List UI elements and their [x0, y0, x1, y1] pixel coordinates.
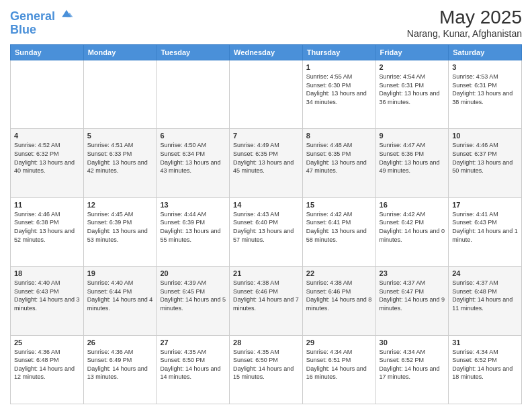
day-cell: 16 Sunrise: 4:42 AM Sunset: 6:42 PM Dayl… — [375, 197, 449, 266]
day-info: Sunrise: 4:54 AM Sunset: 6:31 PM Dayligh… — [380, 73, 445, 106]
day-cell: 13 Sunrise: 4:44 AM Sunset: 6:39 PM Dayl… — [157, 197, 230, 266]
day-cell: 8 Sunrise: 4:48 AM Sunset: 6:35 PM Dayli… — [302, 129, 375, 197]
day-number: 23 — [380, 269, 445, 277]
day-info: Sunrise: 4:36 AM Sunset: 6:49 PM Dayligh… — [87, 348, 153, 381]
header-tuesday: Tuesday — [157, 45, 230, 60]
day-cell: 11 Sunrise: 4:46 AM Sunset: 6:38 PM Dayl… — [11, 197, 84, 266]
day-info: Sunrise: 4:51 AM Sunset: 6:33 PM Dayligh… — [87, 141, 153, 175]
day-info: Sunrise: 4:35 AM Sunset: 6:50 PM Dayligh… — [233, 348, 299, 381]
day-number: 4 — [14, 132, 80, 140]
day-info: Sunrise: 4:47 AM Sunset: 6:36 PM Dayligh… — [380, 141, 445, 175]
day-info: Sunrise: 4:34 AM Sunset: 6:52 PM Dayligh… — [380, 348, 445, 381]
day-cell: 2 Sunrise: 4:54 AM Sunset: 6:31 PM Dayli… — [375, 60, 449, 129]
day-info: Sunrise: 4:35 AM Sunset: 6:50 PM Dayligh… — [160, 348, 226, 381]
day-number: 19 — [87, 269, 153, 277]
day-cell: 18 Sunrise: 4:40 AM Sunset: 6:43 PM Dayl… — [11, 267, 84, 335]
day-number: 17 — [452, 201, 518, 209]
day-number: 1 — [306, 63, 372, 71]
logo-icon — [60, 7, 73, 20]
day-cell: 23 Sunrise: 4:37 AM Sunset: 6:47 PM Dayl… — [375, 267, 449, 335]
day-number: 27 — [160, 338, 226, 347]
day-number: 6 — [160, 132, 226, 140]
day-cell: 12 Sunrise: 4:45 AM Sunset: 6:39 PM Dayl… — [83, 197, 157, 266]
day-cell: 6 Sunrise: 4:50 AM Sunset: 6:34 PM Dayli… — [157, 129, 230, 197]
day-cell: 10 Sunrise: 4:46 AM Sunset: 6:37 PM Dayl… — [449, 129, 522, 197]
day-cell: 1 Sunrise: 4:55 AM Sunset: 6:30 PM Dayli… — [302, 60, 375, 129]
day-info: Sunrise: 4:39 AM Sunset: 6:45 PM Dayligh… — [160, 279, 226, 312]
day-number: 3 — [452, 63, 518, 71]
day-number: 2 — [380, 63, 445, 71]
header: General Blue May 2025 Narang, Kunar, Afg… — [10, 7, 522, 39]
day-number: 22 — [306, 269, 372, 277]
day-info: Sunrise: 4:46 AM Sunset: 6:37 PM Dayligh… — [452, 141, 518, 175]
day-number: 11 — [14, 201, 80, 209]
calendar-table: Sunday Monday Tuesday Wednesday Thursday… — [10, 44, 522, 404]
header-monday: Monday — [83, 45, 157, 60]
day-info: Sunrise: 4:49 AM Sunset: 6:35 PM Dayligh… — [233, 141, 299, 175]
day-info: Sunrise: 4:34 AM Sunset: 6:52 PM Dayligh… — [452, 348, 518, 381]
day-number: 24 — [452, 269, 518, 277]
logo: General Blue — [10, 7, 73, 37]
day-number: 25 — [14, 338, 80, 347]
header-wednesday: Wednesday — [230, 45, 303, 60]
day-info: Sunrise: 4:42 AM Sunset: 6:41 PM Dayligh… — [306, 210, 372, 244]
day-cell: 26 Sunrise: 4:36 AM Sunset: 6:49 PM Dayl… — [83, 335, 157, 404]
day-number: 9 — [380, 132, 445, 140]
week-row-2: 4 Sunrise: 4:52 AM Sunset: 6:32 PM Dayli… — [11, 129, 522, 197]
day-cell: 4 Sunrise: 4:52 AM Sunset: 6:32 PM Dayli… — [11, 129, 84, 197]
day-info: Sunrise: 4:52 AM Sunset: 6:32 PM Dayligh… — [14, 141, 80, 175]
day-cell: 9 Sunrise: 4:47 AM Sunset: 6:36 PM Dayli… — [375, 129, 449, 197]
day-cell: 25 Sunrise: 4:36 AM Sunset: 6:48 PM Dayl… — [11, 335, 84, 404]
day-info: Sunrise: 4:48 AM Sunset: 6:35 PM Dayligh… — [306, 141, 372, 175]
day-cell: 3 Sunrise: 4:53 AM Sunset: 6:31 PM Dayli… — [449, 60, 522, 129]
day-info: Sunrise: 4:37 AM Sunset: 6:47 PM Dayligh… — [380, 279, 445, 312]
calendar-subtitle: Narang, Kunar, Afghanistan — [407, 28, 522, 39]
day-info: Sunrise: 4:43 AM Sunset: 6:40 PM Dayligh… — [233, 210, 299, 244]
day-number: 28 — [233, 338, 299, 347]
day-cell: 31 Sunrise: 4:34 AM Sunset: 6:52 PM Dayl… — [449, 335, 522, 404]
week-row-3: 11 Sunrise: 4:46 AM Sunset: 6:38 PM Dayl… — [11, 197, 522, 266]
day-number: 12 — [87, 201, 153, 209]
day-cell: 30 Sunrise: 4:34 AM Sunset: 6:52 PM Dayl… — [375, 335, 449, 404]
day-info: Sunrise: 4:38 AM Sunset: 6:46 PM Dayligh… — [233, 279, 299, 312]
day-number: 26 — [87, 338, 153, 347]
logo-line2: Blue — [10, 24, 73, 37]
day-number: 8 — [306, 132, 372, 140]
day-cell: 29 Sunrise: 4:34 AM Sunset: 6:51 PM Dayl… — [302, 335, 375, 404]
day-info: Sunrise: 4:42 AM Sunset: 6:42 PM Dayligh… — [380, 210, 445, 244]
day-info: Sunrise: 4:38 AM Sunset: 6:46 PM Dayligh… — [306, 279, 372, 312]
day-number: 15 — [306, 201, 372, 209]
day-info: Sunrise: 4:50 AM Sunset: 6:34 PM Dayligh… — [160, 141, 226, 175]
logo-text: General — [10, 7, 73, 24]
day-cell: 19 Sunrise: 4:40 AM Sunset: 6:44 PM Dayl… — [83, 267, 157, 335]
day-info: Sunrise: 4:46 AM Sunset: 6:38 PM Dayligh… — [14, 210, 80, 244]
day-cell — [11, 60, 84, 129]
calendar-title: May 2025 — [407, 7, 522, 28]
day-number: 13 — [160, 201, 226, 209]
day-cell: 7 Sunrise: 4:49 AM Sunset: 6:35 PM Dayli… — [230, 129, 303, 197]
header-friday: Friday — [375, 45, 449, 60]
day-cell: 28 Sunrise: 4:35 AM Sunset: 6:50 PM Dayl… — [230, 335, 303, 404]
day-cell: 21 Sunrise: 4:38 AM Sunset: 6:46 PM Dayl… — [230, 267, 303, 335]
day-info: Sunrise: 4:44 AM Sunset: 6:39 PM Dayligh… — [160, 210, 226, 244]
day-info: Sunrise: 4:53 AM Sunset: 6:31 PM Dayligh… — [452, 73, 518, 106]
week-row-5: 25 Sunrise: 4:36 AM Sunset: 6:48 PM Dayl… — [11, 335, 522, 404]
day-number: 10 — [452, 132, 518, 140]
page: General Blue May 2025 Narang, Kunar, Afg… — [0, 0, 532, 411]
day-number: 18 — [14, 269, 80, 277]
day-number: 31 — [452, 338, 518, 347]
logo-line1: General — [10, 9, 55, 23]
day-info: Sunrise: 4:55 AM Sunset: 6:30 PM Dayligh… — [306, 73, 372, 106]
header-saturday: Saturday — [449, 45, 522, 60]
day-cell — [230, 60, 303, 129]
day-cell: 14 Sunrise: 4:43 AM Sunset: 6:40 PM Dayl… — [230, 197, 303, 266]
day-cell: 17 Sunrise: 4:41 AM Sunset: 6:43 PM Dayl… — [449, 197, 522, 266]
header-sunday: Sunday — [11, 45, 84, 60]
day-number: 16 — [380, 201, 445, 209]
day-info: Sunrise: 4:45 AM Sunset: 6:39 PM Dayligh… — [87, 210, 153, 244]
day-number: 14 — [233, 201, 299, 209]
day-cell — [157, 60, 230, 129]
day-cell: 15 Sunrise: 4:42 AM Sunset: 6:41 PM Dayl… — [302, 197, 375, 266]
day-number: 29 — [306, 338, 372, 347]
day-info: Sunrise: 4:41 AM Sunset: 6:43 PM Dayligh… — [452, 210, 518, 244]
